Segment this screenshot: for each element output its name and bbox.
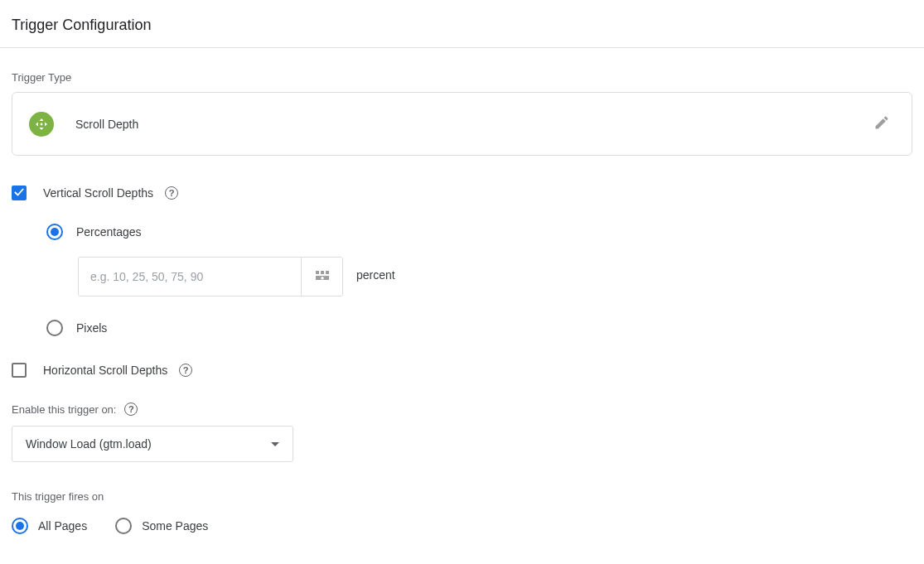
svg-marker-0: [40, 118, 44, 121]
divider: [0, 47, 924, 48]
radio-dot-icon: [51, 228, 59, 236]
fires-on-label: This trigger fires on: [12, 490, 912, 503]
pixels-radio-row: Pixels: [46, 320, 912, 336]
chevron-down-icon: [271, 442, 279, 446]
percentages-radio[interactable]: [46, 224, 63, 240]
percentages-label: Percentages: [76, 225, 142, 239]
help-icon[interactable]: ?: [124, 403, 138, 416]
check-icon: [13, 186, 25, 200]
svg-point-4: [41, 123, 43, 125]
percentages-radio-row: Percentages: [46, 224, 912, 240]
svg-marker-3: [45, 122, 47, 126]
enable-trigger-on-select[interactable]: Window Load (gtm.load): [12, 426, 293, 462]
some-pages-radio[interactable]: [115, 518, 132, 534]
percentages-input[interactable]: [79, 258, 301, 296]
svg-rect-7: [326, 271, 329, 274]
trigger-configuration-panel: Trigger Configuration Trigger Type Scrol…: [0, 0, 924, 559]
svg-marker-2: [36, 122, 38, 126]
trigger-type-card-left: Scroll Depth: [29, 112, 138, 137]
some-pages-label: Some Pages: [142, 519, 208, 533]
horizontal-scroll-depths-label: Horizontal Scroll Depths: [43, 364, 167, 377]
svg-rect-5: [316, 271, 319, 274]
pencil-icon: [873, 114, 890, 133]
enable-trigger-on-label-text: Enable this trigger on:: [12, 403, 116, 416]
help-icon[interactable]: ?: [179, 364, 192, 377]
vertical-scroll-depths-label: Vertical Scroll Depths: [43, 186, 153, 200]
pixels-radio[interactable]: [46, 320, 63, 336]
all-pages-radio[interactable]: [12, 518, 28, 534]
horizontal-scroll-depths-checkbox[interactable]: [12, 363, 27, 378]
fires-on-some-pages-option: Some Pages: [115, 518, 208, 534]
svg-rect-9: [321, 277, 323, 279]
all-pages-label: All Pages: [38, 519, 87, 533]
enable-trigger-on-label: Enable this trigger on: ?: [12, 403, 912, 416]
scroll-depth-icon: [29, 112, 54, 137]
panel-title: Trigger Configuration: [12, 17, 912, 47]
fires-on-row: All Pages Some Pages: [12, 518, 912, 534]
vertical-scroll-depths-checkbox[interactable]: [12, 186, 27, 200]
insert-variable-button[interactable]: [301, 258, 342, 296]
help-icon[interactable]: ?: [165, 186, 178, 200]
trigger-type-card[interactable]: Scroll Depth: [12, 92, 912, 156]
edit-trigger-type-button[interactable]: [868, 109, 895, 138]
radio-dot-icon: [16, 522, 24, 530]
trigger-type-name: Scroll Depth: [75, 118, 138, 131]
vertical-scroll-depths-row: Vertical Scroll Depths ?: [12, 186, 912, 200]
percentages-input-row: percent: [78, 257, 912, 296]
svg-marker-1: [40, 128, 44, 130]
svg-rect-6: [321, 271, 324, 274]
fires-on-all-pages-option: All Pages: [12, 518, 87, 534]
vertical-subgroup: Percentages percent Pixels: [46, 224, 912, 336]
percentages-unit-label: percent: [356, 268, 395, 282]
pixels-label: Pixels: [76, 321, 107, 335]
percentages-input-combo: [78, 257, 343, 296]
variable-brick-icon: [313, 269, 331, 285]
horizontal-scroll-depths-row: Horizontal Scroll Depths ?: [12, 363, 912, 378]
enable-trigger-on-selected-value: Window Load (gtm.load): [26, 437, 152, 451]
trigger-type-label: Trigger Type: [12, 71, 912, 84]
